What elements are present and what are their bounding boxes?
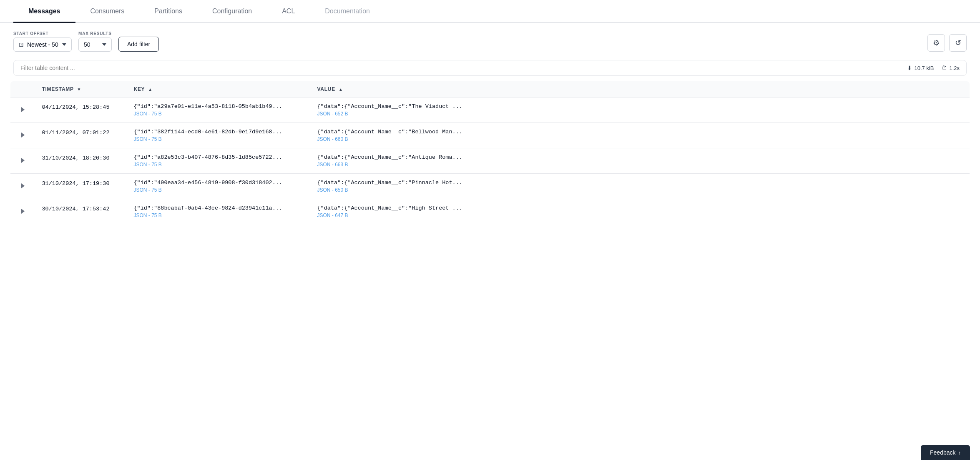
max-results-value: 50 bbox=[84, 41, 99, 48]
key-main: {"id":"a29a7e01-e11e-4a53-8118-05b4ab1b4… bbox=[134, 103, 304, 110]
sort-asc-icon: ▲ bbox=[148, 87, 153, 92]
timestamp-cell: 04/11/2024, 15:28:45 bbox=[35, 98, 127, 123]
value-sub: JSON - 647 B bbox=[317, 212, 963, 218]
value-main: {"data":{"Account_Name__c":"Antique Roma… bbox=[317, 154, 963, 160]
key-sub: JSON - 75 B bbox=[134, 136, 304, 142]
expand-cell[interactable] bbox=[10, 174, 35, 199]
key-cell: {"id":"a82e53c3-b407-4876-8d35-1d85ce572… bbox=[127, 148, 311, 174]
db-icon: ⊡ bbox=[19, 41, 24, 48]
filter-input-wrapper: ⬇ 10.7 kiB ⏱ 1.2s bbox=[13, 60, 967, 76]
table-row: 31/10/2024, 17:19:30 {"id":"490eaa34-e45… bbox=[10, 174, 970, 199]
sort-asc-icon: ▲ bbox=[339, 87, 343, 92]
key-main: {"id":"88bcabaf-0ab4-43ee-9824-d23941c11… bbox=[134, 205, 304, 211]
toolbar-right: ⚙ ↺ bbox=[927, 34, 967, 52]
timestamp-cell: 31/10/2024, 17:19:30 bbox=[35, 174, 127, 199]
value-cell: {"data":{"Account_Name__c":"High Street … bbox=[311, 199, 970, 225]
size-meta: ⬇ 10.7 kiB bbox=[907, 65, 934, 71]
tab-documentation: Documentation bbox=[310, 0, 385, 23]
value-sub: JSON - 650 B bbox=[317, 187, 963, 193]
max-results-group: MAX RESULTS 50 bbox=[78, 31, 112, 52]
value-sub: JSON - 652 B bbox=[317, 111, 963, 117]
value-cell: {"data":{"Account_Name__c":"Bellwood Man… bbox=[311, 123, 970, 148]
timestamp-value: 31/10/2024, 18:20:30 bbox=[42, 155, 110, 161]
filter-bar: ⬇ 10.7 kiB ⏱ 1.2s bbox=[0, 57, 980, 81]
col-header-timestamp[interactable]: TIMESTAMP ▼ bbox=[35, 81, 127, 98]
chevron-down-icon bbox=[62, 43, 66, 46]
expand-cell[interactable] bbox=[10, 123, 35, 148]
clock-icon: ⏱ bbox=[941, 65, 947, 71]
download-icon: ⬇ bbox=[907, 65, 912, 71]
tab-configuration[interactable]: Configuration bbox=[197, 0, 267, 23]
filter-meta: ⬇ 10.7 kiB ⏱ 1.2s bbox=[907, 65, 960, 71]
key-cell: {"id":"a29a7e01-e11e-4a53-8118-05b4ab1b4… bbox=[127, 98, 311, 123]
key-cell: {"id":"490eaa34-e456-4819-9908-f30d31840… bbox=[127, 174, 311, 199]
table-body: 04/11/2024, 15:28:45 {"id":"a29a7e01-e11… bbox=[10, 98, 970, 225]
refresh-icon: ↺ bbox=[955, 38, 961, 48]
expand-cell[interactable] bbox=[10, 148, 35, 174]
settings-button[interactable]: ⚙ bbox=[927, 34, 945, 52]
tab-acl[interactable]: ACL bbox=[267, 0, 310, 23]
timestamp-cell: 01/11/2024, 07:01:22 bbox=[35, 123, 127, 148]
tabs-bar: MessagesConsumersPartitionsConfiguration… bbox=[0, 0, 980, 23]
start-offset-label: START OFFSET bbox=[13, 31, 72, 36]
timestamp-value: 30/10/2024, 17:53:42 bbox=[42, 206, 110, 212]
time-meta: ⏱ 1.2s bbox=[941, 65, 960, 71]
add-filter-button[interactable]: Add filter bbox=[118, 37, 159, 52]
toolbar: START OFFSET ⊡ Newest - 50 MAX RESULTS 5… bbox=[0, 23, 980, 57]
table-row: 31/10/2024, 18:20:30 {"id":"a82e53c3-b40… bbox=[10, 148, 970, 174]
expand-chevron-icon[interactable] bbox=[21, 107, 25, 112]
value-main: {"data":{"Account_Name__c":"Bellwood Man… bbox=[317, 129, 963, 135]
tab-partitions[interactable]: Partitions bbox=[139, 0, 197, 23]
messages-table: TIMESTAMP ▼ KEY ▲ VALUE ▲ 04/11/2024, 15… bbox=[10, 81, 970, 225]
key-main: {"id":"490eaa34-e456-4819-9908-f30d31840… bbox=[134, 180, 304, 186]
value-main: {"data":{"Account_Name__c":"The Viaduct … bbox=[317, 103, 963, 110]
value-cell: {"data":{"Account_Name__c":"Pinnacle Hot… bbox=[311, 174, 970, 199]
timestamp-value: 31/10/2024, 17:19:30 bbox=[42, 180, 110, 187]
refresh-button[interactable]: ↺ bbox=[949, 34, 967, 52]
filter-time: 1.2s bbox=[949, 65, 960, 71]
key-main: {"id":"382f1144-ecd0-4e61-82db-9e17d9e16… bbox=[134, 129, 304, 135]
value-sub: JSON - 663 B bbox=[317, 162, 963, 168]
filter-input[interactable] bbox=[20, 65, 907, 71]
table-row: 04/11/2024, 15:28:45 {"id":"a29a7e01-e11… bbox=[10, 98, 970, 123]
gear-icon: ⚙ bbox=[933, 38, 940, 48]
value-sub: JSON - 660 B bbox=[317, 136, 963, 142]
value-cell: {"data":{"Account_Name__c":"The Viaduct … bbox=[311, 98, 970, 123]
table-header-row: TIMESTAMP ▼ KEY ▲ VALUE ▲ bbox=[10, 81, 970, 98]
max-results-label: MAX RESULTS bbox=[78, 31, 112, 36]
key-cell: {"id":"382f1144-ecd0-4e61-82db-9e17d9e16… bbox=[127, 123, 311, 148]
expand-chevron-icon[interactable] bbox=[21, 183, 25, 188]
key-sub: JSON - 75 B bbox=[134, 162, 304, 168]
tab-messages[interactable]: Messages bbox=[13, 0, 75, 23]
key-sub: JSON - 75 B bbox=[134, 212, 304, 218]
value-main: {"data":{"Account_Name__c":"Pinnacle Hot… bbox=[317, 180, 963, 186]
max-results-select[interactable]: 50 bbox=[78, 38, 112, 52]
table-wrapper: TIMESTAMP ▼ KEY ▲ VALUE ▲ 04/11/2024, 15… bbox=[0, 81, 980, 225]
timestamp-cell: 31/10/2024, 18:20:30 bbox=[35, 148, 127, 174]
key-sub: JSON - 75 B bbox=[134, 187, 304, 193]
key-sub: JSON - 75 B bbox=[134, 111, 304, 117]
value-cell: {"data":{"Account_Name__c":"Antique Roma… bbox=[311, 148, 970, 174]
col-header-value[interactable]: VALUE ▲ bbox=[311, 81, 970, 98]
col-header-key[interactable]: KEY ▲ bbox=[127, 81, 311, 98]
timestamp-cell: 30/10/2024, 17:53:42 bbox=[35, 199, 127, 225]
key-cell: {"id":"88bcabaf-0ab4-43ee-9824-d23941c11… bbox=[127, 199, 311, 225]
expand-cell[interactable] bbox=[10, 98, 35, 123]
col-header-expand bbox=[10, 81, 35, 98]
expand-chevron-icon[interactable] bbox=[21, 158, 25, 163]
table-row: 01/11/2024, 07:01:22 {"id":"382f1144-ecd… bbox=[10, 123, 970, 148]
value-main: {"data":{"Account_Name__c":"High Street … bbox=[317, 205, 963, 211]
tab-consumers[interactable]: Consumers bbox=[75, 0, 140, 23]
sort-desc-icon: ▼ bbox=[77, 87, 82, 92]
table-row: 30/10/2024, 17:53:42 {"id":"88bcabaf-0ab… bbox=[10, 199, 970, 225]
start-offset-group: START OFFSET ⊡ Newest - 50 bbox=[13, 31, 72, 52]
key-main: {"id":"a82e53c3-b407-4876-8d35-1d85ce572… bbox=[134, 154, 304, 160]
expand-chevron-icon[interactable] bbox=[21, 209, 25, 214]
timestamp-value: 04/11/2024, 15:28:45 bbox=[42, 104, 110, 110]
timestamp-value: 01/11/2024, 07:01:22 bbox=[42, 130, 110, 136]
expand-chevron-icon[interactable] bbox=[21, 132, 25, 138]
filter-size: 10.7 kiB bbox=[914, 65, 934, 71]
start-offset-value: Newest - 50 bbox=[27, 41, 59, 48]
start-offset-select[interactable]: ⊡ Newest - 50 bbox=[13, 38, 72, 52]
expand-cell[interactable] bbox=[10, 199, 35, 225]
